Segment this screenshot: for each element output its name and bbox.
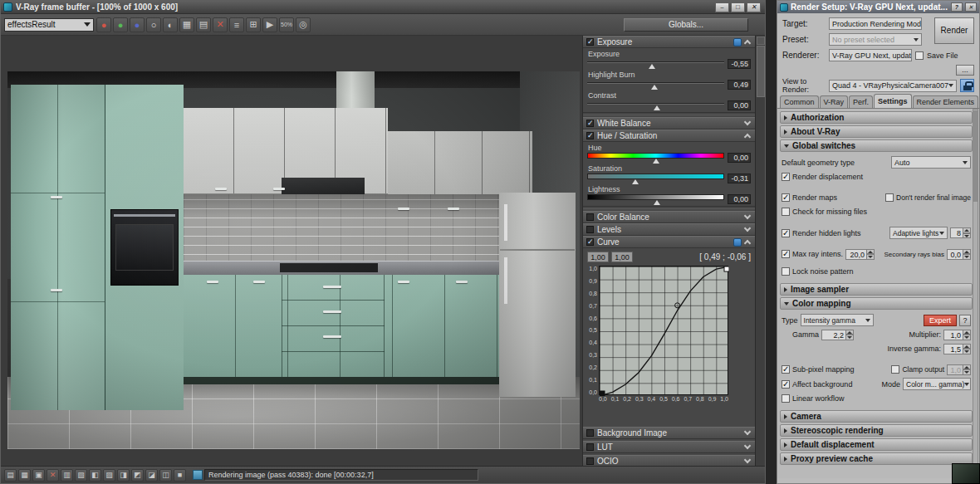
sub-pixel-mapping-checkbox[interactable] — [782, 365, 790, 374]
red-channel-icon[interactable]: ● — [96, 17, 111, 32]
blue-channel-icon[interactable]: ● — [130, 17, 145, 32]
collapse-icon[interactable] — [744, 40, 751, 46]
stamp-icon[interactable]: ▧ — [75, 469, 87, 482]
rollout-authorization[interactable]: Authorization — [780, 111, 973, 124]
color-corrections-icon[interactable]: ◧ — [89, 469, 101, 482]
track-mouse-icon[interactable]: ▶ — [262, 17, 277, 32]
open-image-icon[interactable]: ▤ — [4, 469, 17, 482]
contrast-slider[interactable] — [587, 100, 724, 110]
preset-dropdown[interactable]: No preset selected — [829, 33, 922, 46]
browse-button[interactable]: ... — [956, 65, 974, 76]
adaptive-lights-spinner[interactable]: 8 — [950, 227, 971, 238]
expand-icon[interactable] — [744, 457, 751, 463]
rollout-camera[interactable]: Camera — [780, 410, 973, 423]
section-header-hue-saturation[interactable]: Hue / Saturation — [583, 130, 755, 142]
render-hidden-lights-checkbox[interactable] — [782, 229, 790, 237]
close-button[interactable] — [747, 2, 761, 12]
copy-icon[interactable]: ▥ — [61, 469, 73, 482]
levels-enabled-checkbox[interactable] — [586, 226, 594, 233]
section-header-exposure[interactable]: Exposure — [583, 36, 755, 48]
history-icon[interactable]: ≡ — [229, 17, 244, 32]
alpha-channel-icon[interactable]: ○ — [146, 17, 161, 32]
dont-render-final-checkbox[interactable] — [885, 193, 894, 202]
spin-down-icon[interactable] — [963, 349, 971, 354]
clamp-value[interactable]: 1,0 — [947, 364, 963, 375]
zoom-level-icon[interactable]: 50% — [279, 17, 294, 32]
clear-image-icon[interactable]: ✕ — [213, 17, 228, 32]
slider-thumb[interactable] — [654, 200, 660, 205]
lock-noise-pattern-checkbox[interactable] — [782, 267, 790, 276]
rollout-image-sampler[interactable]: Image sampler — [780, 283, 973, 296]
collapse-icon[interactable] — [744, 240, 751, 247]
render-button[interactable]: Render — [934, 17, 974, 44]
exposure-slider[interactable] — [587, 58, 724, 69]
lightness-value[interactable]: 0,00 — [728, 194, 751, 204]
options-icon[interactable]: ■ — [174, 469, 186, 482]
section-header-levels[interactable]: Levels — [583, 223, 755, 236]
hue-slider[interactable] — [587, 152, 724, 163]
saturation-slider[interactable] — [587, 173, 724, 183]
curve-editor[interactable]: 1,00,90,80,70,60,50,40,30,20,10,0 — [583, 263, 755, 395]
renderer-dropdown[interactable]: V-Ray GPU Next, update 2 — [829, 49, 912, 61]
spin-down-icon[interactable] — [963, 233, 971, 239]
contrast-value[interactable]: 0,00 — [728, 100, 751, 110]
tab-settings[interactable]: Settings — [874, 94, 912, 108]
highlight-burn-slider[interactable] — [587, 79, 724, 90]
save-file-checkbox[interactable] — [915, 51, 924, 60]
tab-common[interactable]: Common — [780, 95, 819, 108]
highlight-burn-value[interactable]: 0,49 — [728, 80, 751, 90]
multiplier-spinner[interactable]: 1,0 — [943, 330, 971, 340]
hue-saturation-enabled-checkbox[interactable] — [586, 132, 594, 139]
check-missing-files-checkbox[interactable] — [782, 208, 790, 216]
render-setup-scrollbar[interactable] — [973, 109, 978, 482]
rollout-about-vray[interactable]: About V-Ray — [780, 125, 973, 138]
max-ray-intensity-checkbox[interactable] — [782, 250, 790, 258]
scrollbar-thumb[interactable] — [757, 46, 765, 97]
spin-down-icon[interactable] — [963, 369, 971, 375]
rollout-proxy-preview-cache[interactable]: Proxy preview cache — [780, 452, 973, 465]
clamp-output-checkbox[interactable] — [891, 365, 899, 374]
section-header-background-image[interactable]: Background Image — [583, 427, 755, 439]
ocio-enabled-checkbox[interactable] — [586, 457, 594, 465]
corrections-scrollbar[interactable] — [755, 36, 765, 467]
hue-value[interactable]: 0,00 — [728, 153, 751, 163]
background-image-enabled-checkbox[interactable] — [586, 429, 594, 437]
help-button[interactable] — [951, 2, 963, 12]
adaptive-lights-dropdown[interactable]: Adaptive lights — [889, 227, 948, 239]
minimize-button[interactable] — [715, 2, 729, 12]
multiplier-value[interactable]: 1,0 — [943, 330, 963, 340]
slider-thumb[interactable] — [653, 159, 659, 164]
curve-point-x-input[interactable]: 1,00 — [587, 252, 609, 262]
view-to-render-dropdown[interactable]: Quad 4 - VRayPhysicalCamera007 — [829, 80, 957, 92]
exposure-enabled-checkbox[interactable] — [586, 38, 594, 46]
tab-perf[interactable]: Perf. — [849, 95, 873, 108]
gamma-value[interactable]: 2,2 — [821, 330, 846, 340]
pixel-info-icon[interactable]: ◩ — [131, 469, 144, 482]
spin-down-icon[interactable] — [963, 335, 971, 340]
expand-icon[interactable] — [744, 442, 751, 449]
inverse-gamma-value[interactable]: 1,5 — [943, 344, 963, 354]
expert-mode-button[interactable]: Expert — [924, 315, 957, 326]
close-button[interactable] — [965, 2, 977, 12]
mode-dropdown[interactable]: Color m... gamma) — [903, 378, 971, 390]
slider-thumb[interactable] — [632, 179, 639, 184]
max-ray-intensity-value[interactable]: 20,0 — [845, 249, 867, 260]
curve-point-y-input[interactable]: 1,00 — [611, 252, 633, 262]
color-mapping-type-dropdown[interactable]: Intensity gamma — [801, 314, 874, 326]
saturation-value[interactable]: -0,31 — [728, 174, 751, 183]
default-geometry-dropdown[interactable]: Auto — [891, 156, 971, 169]
link-icon[interactable]: ◪ — [145, 469, 158, 482]
tab-render-elements[interactable]: Render Elements — [913, 95, 979, 108]
save-image-icon[interactable]: ▦ — [179, 17, 194, 32]
expand-icon[interactable] — [744, 119, 751, 125]
rollout-global-switches[interactable]: Global switches — [780, 139, 973, 152]
lut-enabled-checkbox[interactable] — [586, 443, 594, 451]
clear-image-icon[interactable]: ✕ — [47, 469, 59, 482]
spin-down-icon[interactable] — [846, 335, 854, 340]
render-setup-titlebar[interactable]: Render Setup: V-Ray GPU Next, updat... — [777, 1, 979, 13]
clamp-value-spinner[interactable]: 1,0 — [947, 364, 971, 375]
save-image-icon[interactable]: ▦ — [18, 469, 31, 482]
expand-icon[interactable] — [744, 213, 751, 219]
scrollbar-thumb[interactable] — [973, 110, 978, 202]
expand-icon[interactable] — [744, 428, 751, 435]
